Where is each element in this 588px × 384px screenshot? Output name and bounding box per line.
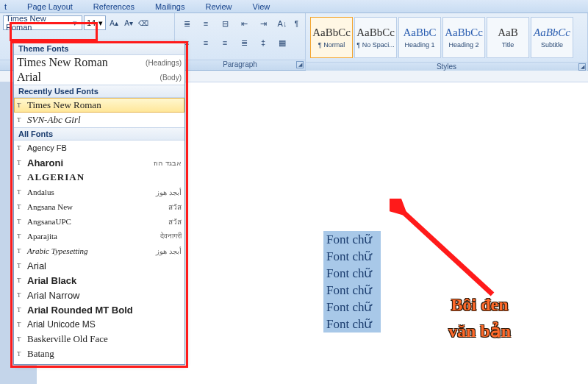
justify-button[interactable]: ≣ (235, 35, 253, 51)
font-dropdown-item[interactable]: TArial Rounded MT Bold (14, 302, 184, 317)
font-dropdown-item[interactable]: TSVN-Abc Girl (14, 113, 184, 127)
sort-button[interactable]: A↓ (273, 15, 291, 32)
shrink-font-button[interactable]: A▾ (122, 15, 135, 30)
grow-font-button[interactable]: A▴ (107, 15, 121, 30)
font-dropdown-item[interactable]: TAngsanaUPCสวัส (14, 214, 184, 229)
increase-indent-button[interactable]: ⇥ (254, 15, 272, 32)
chevron-down-icon[interactable]: ▾ (98, 18, 103, 28)
menu-item[interactable]: References (93, 2, 135, 11)
style-item[interactable]: AaBbCHeading 1 (398, 17, 441, 58)
font-size-value: 14 (87, 18, 96, 27)
decrease-indent-button[interactable]: ⇤ (235, 15, 253, 32)
font-dropdown-item[interactable]: TArial (14, 258, 184, 273)
font-dropdown-panel: Theme Fonts Times New Roman(Headings)Ari… (13, 41, 185, 365)
font-dropdown-item[interactable]: TAgency FB (14, 141, 184, 155)
font-dropdown-item[interactable]: TArial Narrow (14, 288, 184, 302)
numbering-button[interactable]: ≡ (197, 15, 215, 32)
styles-group: AaBbCc¶ NormalAaBbCc¶ No Spaci...AaBbCHe… (306, 13, 588, 70)
shading-button[interactable]: ▦ (273, 35, 291, 51)
font-name-value: Times New Roman (6, 14, 71, 32)
style-item[interactable]: AaBbCc¶ No Spaci... (354, 17, 397, 58)
font-dropdown-item[interactable]: TAparajitaदेवनागरी (14, 229, 184, 243)
selected-text-block[interactable]: Font chữFont chữFont chữFont chữFont chữ… (323, 231, 381, 333)
font-dropdown-item[interactable]: Arial(Body) (14, 70, 184, 85)
font-dropdown-item[interactable]: TBaskerville Old Face (14, 332, 184, 346)
style-gallery: AaBbCc¶ NormalAaBbCc¶ No Spaci...AaBbCHe… (309, 15, 575, 60)
style-item[interactable]: AaBTitle (487, 17, 529, 58)
show-hide-button[interactable]: ¶ (291, 15, 302, 32)
group-label-paragraph: Paragraph ◢ (175, 60, 305, 70)
align-center-button[interactable]: ≡ (197, 35, 215, 51)
menu-item[interactable]: Review (205, 2, 232, 11)
paragraph-group: ≣ ≡ ⊟ ⇤ ⇥ A↓ ≡ ≡ ≡ ≣ ‡ ▦ ¶ Paragraph ◢ (175, 13, 306, 70)
style-item[interactable]: AaBbCcSubtitle (531, 17, 573, 58)
annotation-text: Bôi đen văn bản (448, 291, 511, 344)
font-dropdown-item[interactable]: TAndalusأبجد هوز (14, 185, 184, 199)
font-dropdown-item[interactable]: TArial Black (14, 273, 184, 288)
align-right-button[interactable]: ≡ (216, 35, 234, 51)
bullets-button[interactable]: ≣ (178, 15, 196, 32)
group-label-styles: Styles ◢ (306, 62, 587, 71)
font-size-combo[interactable]: 14 ▾ (84, 15, 106, 30)
font-dropdown-item[interactable]: TArial Unicode MS (14, 317, 184, 332)
menu-item[interactable]: t (4, 2, 7, 11)
clear-formatting-button[interactable]: ⌫ (137, 15, 150, 30)
font-dropdown-item[interactable]: TTimes New Roman (14, 98, 184, 113)
multilevel-list-button[interactable]: ⊟ (216, 15, 234, 32)
menu-bar: t Page Layout References Mailings Review… (0, 0, 588, 13)
font-dropdown-item[interactable]: TBatang (14, 346, 184, 361)
font-dropdown-item[interactable]: TAngsana Newสวัส (14, 199, 184, 214)
dropdown-header-recent: Recently Used Fonts (14, 85, 184, 98)
styles-dialog-launcher[interactable]: ◢ (578, 63, 586, 71)
line-spacing-button[interactable]: ‡ (254, 35, 272, 51)
font-dropdown-item[interactable]: Times New Roman(Headings) (14, 55, 184, 70)
font-dropdown-item[interactable]: TAharoniאבגד הוז (14, 155, 184, 170)
font-dropdown-item[interactable]: TALGERIAN (14, 170, 184, 185)
menu-item[interactable]: Mailings (155, 2, 184, 11)
style-item[interactable]: AaBbCc¶ Normal (310, 17, 353, 58)
menu-item[interactable]: View (253, 2, 270, 11)
chevron-down-icon[interactable]: ▾ (71, 18, 79, 28)
style-item[interactable]: AaBbCcHeading 2 (442, 17, 485, 58)
font-name-combo[interactable]: Times New Roman ▾ (3, 15, 82, 30)
font-dropdown-item[interactable]: TArabic Typesettingأبجد هوز (14, 243, 184, 258)
paragraph-dialog-launcher[interactable]: ◢ (296, 61, 304, 68)
dropdown-header-theme: Theme Fonts (14, 42, 184, 55)
menu-item[interactable]: Page Layout (27, 2, 73, 11)
dropdown-header-all: All Fonts (14, 127, 184, 141)
